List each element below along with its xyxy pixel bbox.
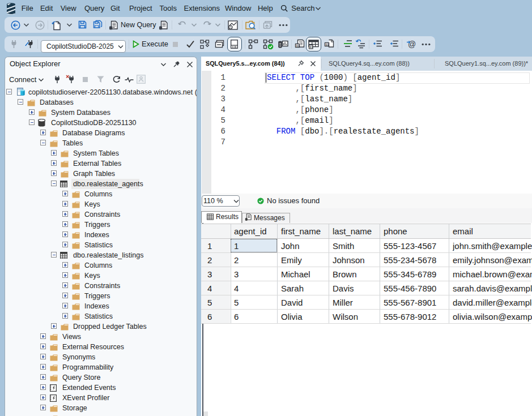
svg-text:01: 01 [326,43,329,46]
svg-text:01: 01 [310,45,313,49]
svg-text:01: 01 [296,44,300,48]
